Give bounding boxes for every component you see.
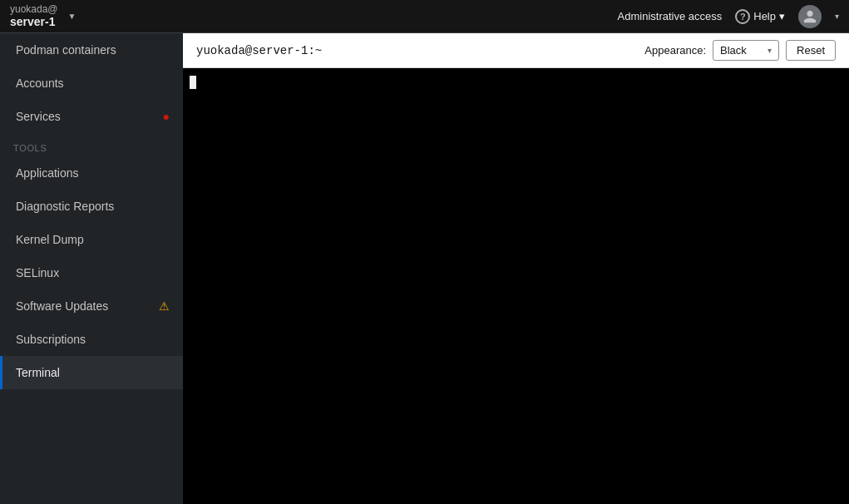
appearance-label: Appearance: — [644, 44, 706, 57]
software-updates-warning-icon: ⚠ — [159, 299, 170, 313]
server-selector-chevron-icon[interactable]: ▼ — [68, 12, 77, 21]
help-chevron-icon: ▾ — [779, 10, 785, 22]
sidebar: Podman containers Accounts Services ● To… — [0, 33, 183, 504]
help-icon: ? — [735, 9, 750, 24]
sidebar-item-diagnostic-reports[interactable]: Diagnostic Reports — [0, 190, 183, 223]
terminal-cursor — [190, 76, 196, 89]
avatar-chevron-icon: ▾ — [835, 12, 839, 21]
main-layout: Podman containers Accounts Services ● To… — [0, 33, 849, 504]
appearance-value: Black — [720, 44, 747, 57]
topbar-right: Administrative access ? Help ▾ ▾ — [618, 5, 839, 28]
sidebar-item-selinux[interactable]: SELinux — [0, 256, 183, 289]
help-label: Help — [753, 10, 776, 22]
appearance-row: Appearance: Black ▾ Reset — [644, 40, 836, 61]
topbar-left: yuokada@ server-1 ▼ — [10, 3, 76, 29]
sidebar-item-podman-containers[interactable]: Podman containers — [0, 33, 183, 67]
appearance-dropdown-chevron-icon: ▾ — [768, 46, 772, 55]
sidebar-item-accounts[interactable]: Accounts — [0, 67, 183, 100]
sidebar-section-tools: Tools — [0, 133, 183, 156]
topbar-username: yuokada@ — [10, 3, 58, 15]
terminal-title: yuokada@server-1:~ — [196, 44, 322, 57]
sidebar-item-software-updates[interactable]: Software Updates ⚠ — [0, 289, 183, 323]
terminal-area[interactable] — [183, 68, 849, 504]
sidebar-item-services[interactable]: Services ● — [0, 100, 183, 133]
topbar: yuokada@ server-1 ▼ Administrative acces… — [0, 0, 849, 33]
sidebar-item-subscriptions[interactable]: Subscriptions — [0, 323, 183, 356]
terminal-header: yuokada@server-1:~ Appearance: Black ▾ R… — [183, 33, 849, 68]
admin-access-label: Administrative access — [618, 10, 723, 22]
user-server-selector[interactable]: yuokada@ server-1 — [10, 3, 58, 29]
content-area: yuokada@server-1:~ Appearance: Black ▾ R… — [183, 33, 849, 504]
help-button[interactable]: ? Help ▾ — [735, 9, 785, 24]
appearance-dropdown[interactable]: Black ▾ — [713, 40, 779, 61]
sidebar-item-applications[interactable]: Applications — [0, 156, 183, 190]
sidebar-item-kernel-dump[interactable]: Kernel Dump — [0, 223, 183, 256]
services-error-icon: ● — [163, 110, 170, 123]
reset-button[interactable]: Reset — [786, 40, 836, 61]
avatar[interactable] — [798, 5, 822, 28]
topbar-servername: server-1 — [10, 15, 58, 29]
sidebar-item-terminal[interactable]: Terminal — [0, 356, 183, 389]
